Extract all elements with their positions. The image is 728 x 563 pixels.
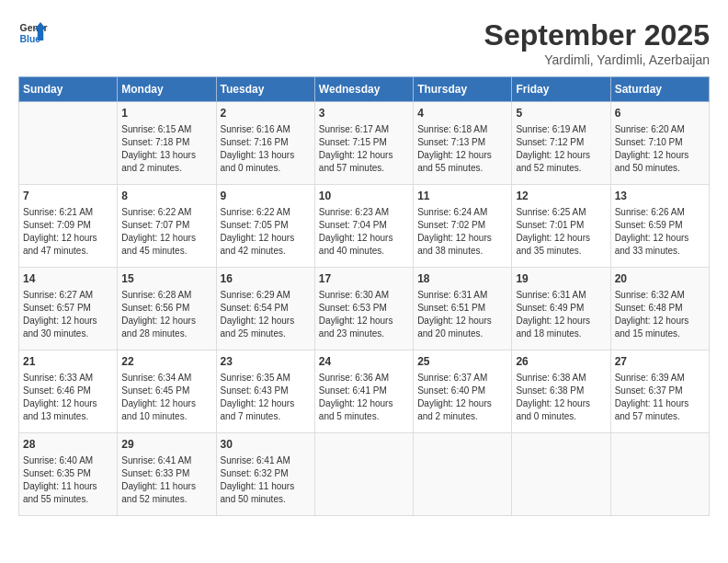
day-number: 24 — [319, 354, 409, 370]
day-info: Sunrise: 6:36 AM Sunset: 6:41 PM Dayligh… — [319, 372, 409, 423]
day-info: Sunrise: 6:35 AM Sunset: 6:43 PM Dayligh… — [221, 372, 311, 423]
day-info: Sunrise: 6:22 AM Sunset: 7:05 PM Dayligh… — [221, 206, 311, 258]
day-cell: 25Sunrise: 6:37 AM Sunset: 6:40 PM Dayli… — [414, 350, 512, 433]
header-cell-sunday: Sunday — [19, 77, 118, 102]
day-number: 9 — [221, 189, 311, 204]
day-info: Sunrise: 6:38 AM Sunset: 6:38 PM Dayligh… — [516, 372, 606, 423]
day-info: Sunrise: 6:24 AM Sunset: 7:02 PM Dayligh… — [417, 206, 507, 258]
day-number: 26 — [516, 354, 606, 370]
day-info: Sunrise: 6:20 AM Sunset: 7:10 PM Dayligh… — [615, 123, 705, 175]
page-header: General Blue September 2025 Yardimli, Ya… — [18, 18, 710, 67]
day-cell: 18Sunrise: 6:31 AM Sunset: 6:51 PM Dayli… — [414, 268, 512, 350]
day-cell: 11Sunrise: 6:24 AM Sunset: 7:02 PM Dayli… — [414, 185, 512, 268]
header-cell-monday: Monday — [118, 77, 216, 102]
day-cell: 16Sunrise: 6:29 AM Sunset: 6:54 PM Dayli… — [216, 268, 314, 350]
day-info: Sunrise: 6:19 AM Sunset: 7:12 PM Dayligh… — [516, 123, 606, 175]
logo: General Blue — [18, 18, 48, 48]
day-number: 14 — [23, 271, 113, 287]
day-number: 29 — [121, 437, 211, 453]
day-info: Sunrise: 6:16 AM Sunset: 7:16 PM Dayligh… — [221, 123, 311, 175]
day-info: Sunrise: 6:21 AM Sunset: 7:09 PM Dayligh… — [23, 206, 113, 258]
day-info: Sunrise: 6:33 AM Sunset: 6:46 PM Dayligh… — [23, 372, 113, 423]
day-cell: 9Sunrise: 6:22 AM Sunset: 7:05 PM Daylig… — [216, 185, 314, 268]
day-cell: 8Sunrise: 6:22 AM Sunset: 7:07 PM Daylig… — [118, 185, 216, 268]
day-number: 30 — [221, 437, 311, 453]
day-cell: 4Sunrise: 6:18 AM Sunset: 7:13 PM Daylig… — [414, 102, 512, 185]
day-info: Sunrise: 6:29 AM Sunset: 6:54 PM Dayligh… — [221, 289, 311, 340]
day-cell: 24Sunrise: 6:36 AM Sunset: 6:41 PM Dayli… — [314, 350, 413, 433]
header-cell-saturday: Saturday — [610, 77, 709, 102]
week-row-5: 28Sunrise: 6:40 AM Sunset: 6:35 PM Dayli… — [19, 433, 710, 516]
day-cell: 14Sunrise: 6:27 AM Sunset: 6:57 PM Dayli… — [19, 268, 118, 350]
day-number: 6 — [615, 106, 705, 121]
calendar-header: SundayMondayTuesdayWednesdayThursdayFrid… — [19, 77, 710, 102]
day-info: Sunrise: 6:17 AM Sunset: 7:15 PM Dayligh… — [319, 123, 409, 175]
header-cell-tuesday: Tuesday — [216, 77, 314, 102]
day-cell: 26Sunrise: 6:38 AM Sunset: 6:38 PM Dayli… — [512, 350, 610, 433]
day-cell: 19Sunrise: 6:31 AM Sunset: 6:49 PM Dayli… — [512, 268, 610, 350]
day-number: 21 — [23, 354, 113, 370]
day-info: Sunrise: 6:41 AM Sunset: 6:33 PM Dayligh… — [121, 454, 211, 506]
day-info: Sunrise: 6:26 AM Sunset: 6:59 PM Dayligh… — [615, 206, 705, 258]
day-cell: 1Sunrise: 6:15 AM Sunset: 7:18 PM Daylig… — [118, 102, 216, 185]
calendar-table: SundayMondayTuesdayWednesdayThursdayFrid… — [18, 76, 710, 516]
week-row-1: 1Sunrise: 6:15 AM Sunset: 7:18 PM Daylig… — [19, 102, 710, 185]
day-info: Sunrise: 6:18 AM Sunset: 7:13 PM Dayligh… — [417, 123, 507, 175]
week-row-2: 7Sunrise: 6:21 AM Sunset: 7:09 PM Daylig… — [19, 185, 710, 268]
day-cell: 5Sunrise: 6:19 AM Sunset: 7:12 PM Daylig… — [512, 102, 610, 185]
day-cell: 23Sunrise: 6:35 AM Sunset: 6:43 PM Dayli… — [216, 350, 314, 433]
day-cell: 30Sunrise: 6:41 AM Sunset: 6:32 PM Dayli… — [216, 433, 314, 516]
logo-icon: General Blue — [18, 18, 48, 48]
day-cell: 10Sunrise: 6:23 AM Sunset: 7:04 PM Dayli… — [314, 185, 413, 268]
day-info: Sunrise: 6:30 AM Sunset: 6:53 PM Dayligh… — [319, 289, 409, 340]
day-cell: 20Sunrise: 6:32 AM Sunset: 6:48 PM Dayli… — [610, 268, 709, 350]
day-number: 28 — [23, 437, 113, 453]
day-cell: 3Sunrise: 6:17 AM Sunset: 7:15 PM Daylig… — [314, 102, 413, 185]
day-info: Sunrise: 6:39 AM Sunset: 6:37 PM Dayligh… — [615, 372, 705, 423]
header-cell-friday: Friday — [512, 77, 610, 102]
month-title: September 2025 — [484, 18, 710, 52]
week-row-3: 14Sunrise: 6:27 AM Sunset: 6:57 PM Dayli… — [19, 268, 710, 350]
day-number: 12 — [516, 189, 606, 204]
day-cell — [414, 433, 512, 516]
day-info: Sunrise: 6:22 AM Sunset: 7:07 PM Dayligh… — [121, 206, 211, 258]
day-number: 16 — [221, 271, 311, 287]
day-cell: 13Sunrise: 6:26 AM Sunset: 6:59 PM Dayli… — [610, 185, 709, 268]
day-number: 13 — [615, 189, 705, 204]
day-info: Sunrise: 6:32 AM Sunset: 6:48 PM Dayligh… — [615, 289, 705, 340]
day-number: 19 — [516, 271, 606, 287]
day-cell: 28Sunrise: 6:40 AM Sunset: 6:35 PM Dayli… — [19, 433, 118, 516]
day-number: 23 — [221, 354, 311, 370]
day-cell — [512, 433, 610, 516]
day-info: Sunrise: 6:27 AM Sunset: 6:57 PM Dayligh… — [23, 289, 113, 340]
header-cell-thursday: Thursday — [414, 77, 512, 102]
day-number: 18 — [417, 271, 507, 287]
day-info: Sunrise: 6:34 AM Sunset: 6:45 PM Dayligh… — [121, 372, 211, 423]
calendar-body: 1Sunrise: 6:15 AM Sunset: 7:18 PM Daylig… — [19, 102, 710, 516]
day-info: Sunrise: 6:40 AM Sunset: 6:35 PM Dayligh… — [23, 454, 113, 506]
day-number: 20 — [615, 271, 705, 287]
day-number: 5 — [516, 106, 606, 121]
day-info: Sunrise: 6:28 AM Sunset: 6:56 PM Dayligh… — [121, 289, 211, 340]
day-cell: 29Sunrise: 6:41 AM Sunset: 6:33 PM Dayli… — [118, 433, 216, 516]
day-number: 1 — [121, 106, 211, 121]
day-cell: 22Sunrise: 6:34 AM Sunset: 6:45 PM Dayli… — [118, 350, 216, 433]
day-number: 25 — [417, 354, 507, 370]
day-info: Sunrise: 6:31 AM Sunset: 6:51 PM Dayligh… — [417, 289, 507, 340]
day-number: 7 — [23, 189, 113, 204]
day-cell: 21Sunrise: 6:33 AM Sunset: 6:46 PM Dayli… — [19, 350, 118, 433]
week-row-4: 21Sunrise: 6:33 AM Sunset: 6:46 PM Dayli… — [19, 350, 710, 433]
day-cell — [19, 102, 118, 185]
title-block: September 2025 Yardimli, Yardimli, Azerb… — [484, 18, 710, 67]
day-cell — [314, 433, 413, 516]
day-number: 4 — [417, 106, 507, 121]
day-info: Sunrise: 6:15 AM Sunset: 7:18 PM Dayligh… — [121, 123, 211, 175]
location-subtitle: Yardimli, Yardimli, Azerbaijan — [484, 52, 710, 67]
day-number: 8 — [121, 189, 211, 204]
day-cell: 15Sunrise: 6:28 AM Sunset: 6:56 PM Dayli… — [118, 268, 216, 350]
day-number: 17 — [319, 271, 409, 287]
day-cell: 7Sunrise: 6:21 AM Sunset: 7:09 PM Daylig… — [19, 185, 118, 268]
day-number: 27 — [615, 354, 705, 370]
day-number: 11 — [417, 189, 507, 204]
day-info: Sunrise: 6:23 AM Sunset: 7:04 PM Dayligh… — [319, 206, 409, 258]
